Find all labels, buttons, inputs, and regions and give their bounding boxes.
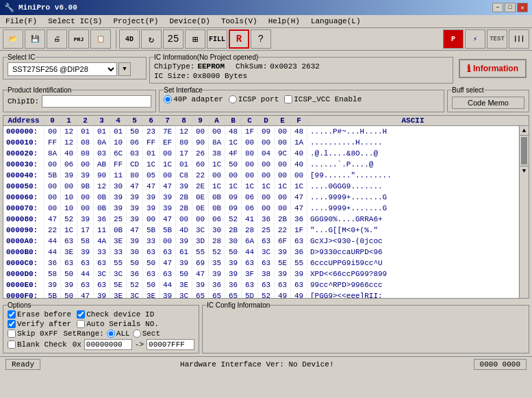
- cell-hex-1[interactable]: 63: [61, 236, 77, 247]
- cell-hex-11[interactable]: 48: [225, 126, 242, 137]
- maximize-button[interactable]: □: [505, 3, 516, 12]
- cell-hex-14[interactable]: 00: [275, 203, 291, 214]
- clipboard-button[interactable]: 📋: [90, 29, 111, 49]
- cell-hex-10[interactable]: 28: [209, 236, 225, 247]
- cell-hex-2[interactable]: 39: [77, 170, 94, 181]
- cell-hex-5[interactable]: 39: [127, 192, 143, 203]
- cell-hex-3[interactable]: 0B: [94, 192, 110, 203]
- cell-hex-6[interactable]: 47: [143, 181, 160, 192]
- menu-device[interactable]: Device(D): [166, 16, 212, 26]
- cell-hex-13[interactable]: 09: [258, 126, 275, 137]
- cell-hex-15[interactable]: 47: [291, 192, 307, 203]
- tool-25[interactable]: 25: [163, 29, 183, 49]
- cell-hex-2[interactable]: 08: [77, 148, 94, 159]
- cell-hex-5[interactable]: 06: [127, 137, 143, 148]
- cell-hex-15[interactable]: 1C: [291, 181, 307, 192]
- cell-hex-2[interactable]: 63: [77, 279, 94, 290]
- cell-hex-15[interactable]: 49: [291, 290, 307, 298]
- cell-hex-14[interactable]: 00: [275, 137, 291, 148]
- cell-hex-14[interactable]: 9C: [275, 148, 291, 159]
- cell-hex-3[interactable]: 0A: [94, 137, 110, 148]
- cell-hex-10[interactable]: 30: [209, 225, 225, 236]
- cell-hex-5[interactable]: 50: [127, 126, 143, 137]
- cell-hex-3[interactable]: 90: [94, 170, 110, 181]
- cell-hex-0[interactable]: 5B: [45, 170, 61, 181]
- cell-hex-9[interactable]: 22: [192, 170, 209, 181]
- cell-hex-11[interactable]: 39: [225, 269, 242, 279]
- cell-hex-3[interactable]: 11: [94, 225, 110, 236]
- cell-hex-0[interactable]: 00: [45, 159, 61, 170]
- cell-hex-4[interactable]: 11: [110, 170, 127, 181]
- cell-hex-0[interactable]: 58: [45, 269, 61, 279]
- cell-hex-4[interactable]: 25: [110, 214, 127, 225]
- cell-hex-3[interactable]: 12: [94, 181, 110, 192]
- cell-hex-12[interactable]: 63: [242, 258, 258, 269]
- cell-hex-9[interactable]: 60: [192, 159, 209, 170]
- menu-help[interactable]: Help(H): [266, 16, 303, 26]
- cell-hex-2[interactable]: 47: [77, 290, 94, 298]
- cell-hex-5[interactable]: 47: [127, 181, 143, 192]
- cell-hex-8[interactable]: 2B: [176, 192, 192, 203]
- cell-hex-9[interactable]: 65: [192, 290, 209, 298]
- cell-hex-4[interactable]: 3C: [110, 269, 127, 279]
- cell-hex-10[interactable]: 38: [209, 148, 225, 159]
- radio-icsp-input[interactable]: [229, 95, 237, 103]
- close-button[interactable]: ✕: [517, 3, 528, 12]
- skip-xff-check[interactable]: Skip 0xFF: [8, 329, 58, 338]
- cell-hex-6[interactable]: FF: [143, 137, 160, 148]
- cell-hex-13[interactable]: 04: [258, 148, 275, 159]
- radio-sect[interactable]: Sect: [133, 329, 160, 338]
- cell-hex-12[interactable]: 5D: [242, 290, 258, 298]
- cell-hex-7[interactable]: 63: [160, 269, 176, 279]
- cell-hex-2[interactable]: 39: [77, 214, 94, 225]
- ic-button[interactable]: |||: [509, 29, 529, 49]
- cell-hex-11[interactable]: 2B: [225, 225, 242, 236]
- cell-hex-4[interactable]: 3E: [110, 236, 127, 247]
- cell-hex-1[interactable]: 12: [61, 126, 77, 137]
- radio-all-input[interactable]: [107, 329, 115, 338]
- check-device-id-check[interactable]: Check device ID: [77, 310, 154, 319]
- cell-hex-11[interactable]: 50: [225, 159, 242, 170]
- check-icsp-vcc[interactable]: ICSP_VCC Enable: [284, 95, 362, 103]
- cell-hex-6[interactable]: 23: [143, 126, 160, 137]
- cell-hex-4[interactable]: 30: [110, 181, 127, 192]
- cell-hex-12[interactable]: 00: [242, 137, 258, 148]
- cell-hex-14[interactable]: 00: [275, 192, 291, 203]
- cell-hex-6[interactable]: 01: [143, 148, 160, 159]
- cell-hex-11[interactable]: 00: [225, 170, 242, 181]
- cell-hex-12[interactable]: 6A: [242, 236, 258, 247]
- cell-hex-15[interactable]: 40: [291, 159, 307, 170]
- code-memo-button[interactable]: Code Memo: [452, 97, 524, 109]
- cell-hex-9[interactable]: 69: [192, 258, 209, 269]
- cell-hex-11[interactable]: 09: [225, 192, 242, 203]
- cell-hex-6[interactable]: 1C: [143, 159, 160, 170]
- menu-language[interactable]: Language(L): [308, 16, 364, 26]
- check-icsp-vcc-input[interactable]: [284, 95, 292, 103]
- cell-hex-1[interactable]: 3E: [61, 247, 77, 258]
- tool-fill[interactable]: FILL: [207, 29, 227, 49]
- cell-hex-11[interactable]: 1C: [225, 181, 242, 192]
- cell-hex-8[interactable]: 3C: [176, 290, 192, 298]
- cell-hex-5[interactable]: 39: [127, 214, 143, 225]
- cell-hex-14[interactable]: 22: [275, 225, 291, 236]
- cell-hex-15[interactable]: 63: [291, 236, 307, 247]
- cell-hex-8[interactable]: 50: [176, 269, 192, 279]
- project-button[interactable]: PRJ: [68, 29, 89, 49]
- test-button[interactable]: TEST: [487, 29, 507, 49]
- cell-hex-4[interactable]: FF: [110, 159, 127, 170]
- cell-hex-15[interactable]: 40: [291, 148, 307, 159]
- cell-hex-10[interactable]: 0B: [209, 203, 225, 214]
- cell-hex-7[interactable]: 00: [160, 148, 176, 159]
- cell-hex-13[interactable]: 00: [258, 203, 275, 214]
- verify-button[interactable]: ⚡: [465, 29, 485, 49]
- radio-40p-input[interactable]: [164, 95, 172, 103]
- cell-hex-2[interactable]: 17: [77, 225, 94, 236]
- cell-hex-14[interactable]: 1C: [275, 181, 291, 192]
- cell-hex-7[interactable]: 39: [160, 290, 176, 298]
- verify-after-check[interactable]: Verify after: [8, 320, 71, 328]
- cell-hex-9[interactable]: 2E: [192, 181, 209, 192]
- cell-hex-14[interactable]: 00: [275, 159, 291, 170]
- cell-hex-4[interactable]: 0B: [110, 225, 127, 236]
- tool-4d[interactable]: 4D: [119, 29, 140, 49]
- cell-hex-7[interactable]: 63: [160, 247, 176, 258]
